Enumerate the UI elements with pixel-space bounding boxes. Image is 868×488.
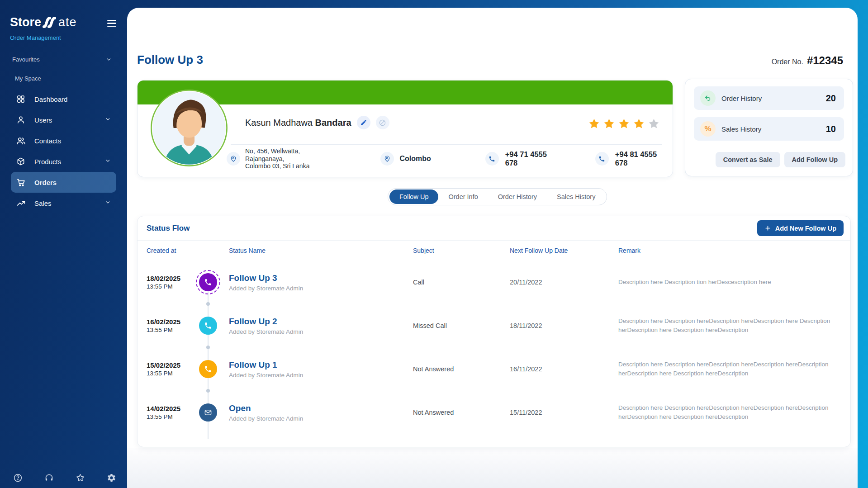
status-flow-title: Status Flow: [147, 224, 190, 233]
status-name-link[interactable]: Open: [229, 403, 251, 413]
sidebar-section-favourites[interactable]: Favourites: [12, 56, 40, 63]
sidebar-footer: [13, 473, 117, 483]
status-name-link[interactable]: Follow Up 3: [229, 273, 277, 283]
tab-follow-up[interactable]: Follow Up: [389, 190, 438, 204]
remark-cell: Description here Description hereDescrip…: [618, 317, 841, 334]
order-history-row[interactable]: Order History 20: [694, 86, 844, 110]
chevron-down-icon[interactable]: [106, 56, 112, 64]
order-summary-card: Order History 20 % Sales History 10 Conv…: [685, 79, 853, 176]
column-remark: Remark: [618, 247, 841, 254]
remark-cell: Description here Description hereDescrip…: [618, 360, 841, 378]
sales-history-value: 10: [826, 124, 836, 134]
edit-name-button[interactable]: [357, 116, 370, 129]
column-next-follow-up-date: Next Follow Up Date: [510, 247, 618, 254]
table-row: 15/02/202513:55 PM Follow Up 1 Added by …: [138, 347, 850, 391]
customer-city: Colombo: [399, 155, 431, 163]
logo-text-bold: Store: [10, 16, 41, 28]
block-button[interactable]: [376, 116, 389, 129]
avatar: [150, 89, 228, 167]
chevron-down-icon[interactable]: [105, 116, 111, 124]
status-name-link[interactable]: Follow Up 1: [229, 360, 277, 370]
sidebar-item-sales[interactable]: Sales: [11, 193, 116, 213]
sidebar-item-label: Sales: [34, 199, 52, 207]
sidebar-item-label: Dashboard: [34, 95, 67, 103]
rating-star: [648, 118, 660, 130]
sidebar-item-users[interactable]: Users: [11, 109, 116, 130]
convert-as-sale-button[interactable]: Convert as Sale: [716, 152, 780, 167]
next-follow-up-date-cell: 15/11/2022: [510, 409, 618, 416]
main-content: Follow Up 3 Order No. #12345: [127, 8, 858, 488]
detail-tabs: Follow Up Order Info Order History Sales…: [388, 188, 607, 205]
add-follow-up-button[interactable]: Add Follow Up: [784, 152, 845, 167]
table-header: Created at Status Name Subject Next Foll…: [138, 241, 850, 261]
sidebar-item-products[interactable]: Products: [11, 151, 116, 172]
sidebar-item-contacts[interactable]: Contacts: [11, 130, 116, 151]
status-name-cell: Follow Up 3 Added by Storemate Admin: [229, 273, 413, 292]
created-at-cell: 18/02/202513:55 PM: [147, 275, 199, 290]
created-at-cell: 15/02/202513:55 PM: [147, 361, 199, 377]
grid-icon: [16, 94, 26, 104]
remark-cell: Description here Description hereDescrip…: [618, 403, 841, 421]
sidebar-menu: Dashboard Users Contacts: [0, 89, 127, 213]
added-by-text: Added by Storemate Admin: [229, 415, 413, 422]
trend-up-icon: [16, 198, 26, 208]
sidebar-item-label: Orders: [34, 179, 57, 186]
percent-icon: %: [700, 121, 716, 137]
customer-phone-2: +94 81 4555 678: [615, 150, 662, 167]
status-name-cell: Follow Up 1 Added by Storemate Admin: [229, 360, 413, 379]
star-icon[interactable]: [76, 473, 85, 483]
added-by-text: Added by Storemate Admin: [229, 372, 413, 379]
sidebar-item-label: Users: [34, 116, 52, 124]
customer-name: Kasun Madhawa Bandara: [245, 118, 351, 128]
added-by-text: Added by Storemate Admin: [229, 328, 413, 335]
gear-icon[interactable]: [107, 473, 117, 483]
help-icon[interactable]: [13, 473, 23, 483]
subject-cell: Not Answered: [413, 365, 510, 373]
storemate-logo[interactable]: Store ate: [10, 16, 77, 28]
add-new-follow-up-button[interactable]: Add New Follow Up: [757, 220, 844, 236]
tab-sales-history[interactable]: Sales History: [547, 190, 605, 204]
subject-cell: Call: [413, 279, 510, 286]
tab-order-history[interactable]: Order History: [488, 190, 547, 204]
app-subtitle: Order Management: [10, 34, 61, 41]
location-pin-icon: [227, 152, 240, 166]
created-at-cell: 14/02/202513:55 PM: [147, 405, 199, 421]
sales-history-row[interactable]: % Sales History 10: [694, 117, 844, 141]
order-number: Order No. #12345: [772, 54, 843, 67]
phone-icon: [199, 317, 217, 335]
customer-address: No, 456, Wellwatta, Rajanganaya,Colombo …: [245, 147, 339, 170]
divider: [231, 144, 662, 145]
rating-stars[interactable]: [588, 118, 660, 130]
sidebar-item-dashboard[interactable]: Dashboard: [11, 89, 116, 109]
table-row: 16/02/202513:55 PM Follow Up 2 Added by …: [138, 304, 850, 347]
return-arrow-icon: [700, 90, 716, 106]
location-pin-icon: [380, 152, 394, 166]
status-name-cell: Open Added by Storemate Admin: [229, 403, 413, 422]
contacts-icon: [16, 136, 26, 146]
order-number-value: #12345: [807, 54, 843, 67]
chevron-down-icon[interactable]: [105, 199, 111, 207]
tab-order-info[interactable]: Order Info: [438, 190, 488, 204]
status-flow-card: Status Flow Add New Follow Up Created at…: [137, 216, 851, 447]
order-number-label: Order No.: [772, 58, 803, 66]
chevron-down-icon[interactable]: [105, 157, 111, 166]
added-by-text: Added by Storemate Admin: [229, 285, 413, 292]
rating-star: [603, 118, 615, 130]
status-name-link[interactable]: Follow Up 2: [229, 317, 277, 326]
next-follow-up-date-cell: 16/11/2022: [510, 365, 618, 373]
box-icon: [16, 156, 26, 166]
sidebar: Store ate Order Management Favourites My…: [0, 0, 127, 488]
remark-cell: Description here Description tion herDes…: [618, 278, 841, 287]
logo-m-icon: [42, 16, 58, 28]
sidebar-item-orders[interactable]: Orders: [11, 172, 116, 193]
rating-star: [633, 118, 645, 130]
headset-icon[interactable]: [44, 473, 54, 483]
created-at-cell: 16/02/202513:55 PM: [147, 318, 199, 334]
bottom-fade: [127, 448, 858, 488]
table-row: 18/02/202513:55 PM Follow Up 3 Added by …: [138, 261, 850, 304]
hamburger-menu-icon[interactable]: [107, 18, 116, 28]
rating-star: [618, 118, 630, 130]
rating-star: [588, 118, 600, 130]
sales-history-label: Sales History: [721, 125, 761, 133]
phone-icon: [485, 152, 499, 166]
